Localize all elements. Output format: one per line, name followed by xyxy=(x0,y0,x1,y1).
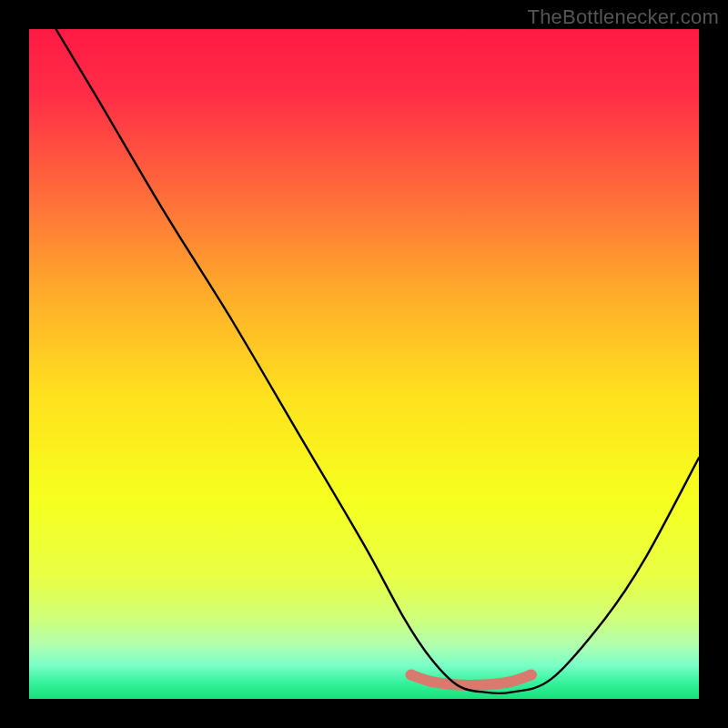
curve-layer xyxy=(29,29,699,699)
chart-container: TheBottlenecker.com xyxy=(0,0,728,728)
optimal-highlight xyxy=(411,675,531,686)
attribution-text: TheBottlenecker.com xyxy=(528,5,719,29)
plot-area xyxy=(29,29,699,699)
bottleneck-curve xyxy=(56,29,699,693)
